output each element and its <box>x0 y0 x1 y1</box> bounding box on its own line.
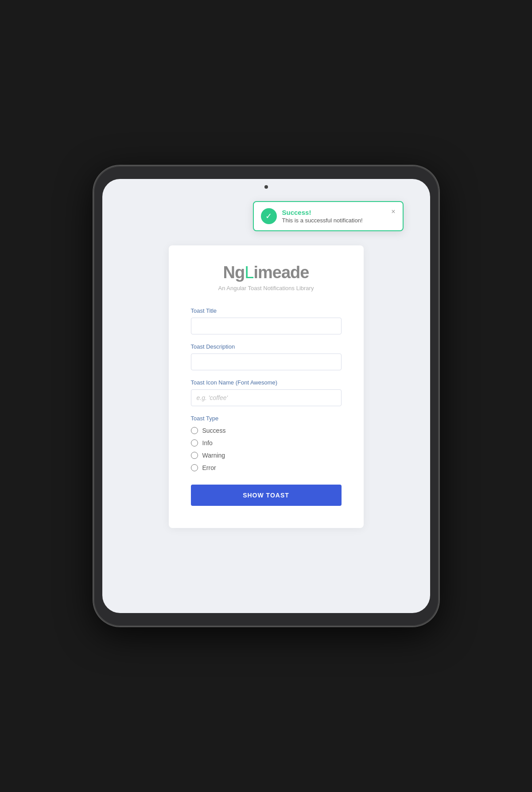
radio-item-error[interactable]: Error <box>191 464 342 471</box>
radio-item-info[interactable]: Info <box>191 439 342 446</box>
toast-message: This is a successful notification! <box>282 217 386 224</box>
radio-warning-label: Warning <box>202 452 225 459</box>
camera-dot <box>264 185 268 189</box>
radio-error[interactable] <box>191 464 198 471</box>
radio-error-label: Error <box>202 464 216 471</box>
main-card: NgLimeade An Angular Toast Notifications… <box>169 245 364 528</box>
toast-title-label: Toast Title <box>191 307 342 314</box>
radio-success[interactable] <box>191 427 198 434</box>
toast-description-input[interactable] <box>191 353 342 370</box>
radio-success-label: Success <box>202 427 226 434</box>
radio-warning[interactable] <box>191 452 198 459</box>
toast-title: Success! <box>282 209 386 216</box>
toast-content: Success! This is a successful notificati… <box>282 209 386 224</box>
toast-title-group: Toast Title <box>191 307 342 334</box>
tablet-frame: ✓ Success! This is a successful notifica… <box>93 166 439 626</box>
radio-info-label: Info <box>202 439 213 446</box>
toast-description-group: Toast Description <box>191 343 342 370</box>
radio-info[interactable] <box>191 439 198 446</box>
radio-group: Success Info Warning Error <box>191 427 342 471</box>
show-toast-button[interactable]: SHOW TOAST <box>191 485 342 506</box>
app-title: NgLimeade <box>191 263 342 282</box>
success-check-icon: ✓ <box>261 208 277 224</box>
toast-title-input[interactable] <box>191 318 342 334</box>
radio-item-warning[interactable]: Warning <box>191 452 342 459</box>
toast-icon-group: Toast Icon Name (Font Awesome) <box>191 379 342 406</box>
toast-description-label: Toast Description <box>191 343 342 350</box>
app-subtitle: An Angular Toast Notifications Library <box>191 285 342 291</box>
toast-type-label: Toast Type <box>191 415 342 422</box>
radio-item-success[interactable]: Success <box>191 427 342 434</box>
toast-close-button[interactable]: × <box>391 208 395 215</box>
toast-icon-label: Toast Icon Name (Font Awesome) <box>191 379 342 386</box>
toast-notification: ✓ Success! This is a successful notifica… <box>253 201 404 231</box>
toast-icon-input[interactable] <box>191 389 342 406</box>
app-title-text: NgLimeade <box>223 263 309 282</box>
tablet-screen: ✓ Success! This is a successful notifica… <box>102 179 430 613</box>
toast-type-group: Toast Type Success Info Warning <box>191 415 342 471</box>
